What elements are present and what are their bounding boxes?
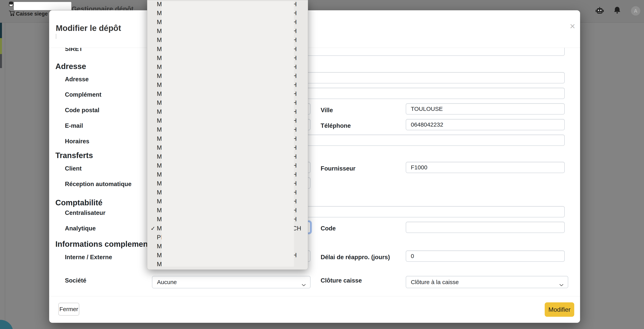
option-lead-text: M	[157, 242, 162, 251]
telephone-input[interactable]	[406, 119, 565, 130]
email-label: E-mail	[65, 122, 83, 129]
section-transferts: Transferts	[56, 151, 93, 160]
horaires-label: Horaires	[65, 138, 90, 145]
option-lead-text: M	[157, 54, 162, 63]
code-input[interactable]	[406, 222, 565, 233]
option-lead-text: M	[157, 134, 162, 143]
option-lead-text: M	[157, 0, 162, 9]
modal-title: Modifier le dépôt	[56, 24, 121, 33]
close-icon[interactable]: ×	[570, 22, 575, 31]
check-icon: ✓	[150, 224, 155, 233]
societe-label: Société	[65, 277, 86, 284]
redaction-box	[162, 1, 294, 267]
adresse-label: Adresse	[65, 76, 88, 83]
modifier-button[interactable]: Modifier	[545, 302, 574, 317]
edit-depot-modal: Modifier le dépôt × SIRET Adresse Adress…	[49, 10, 580, 323]
code-label: Code	[321, 225, 336, 232]
ville-input[interactable]	[406, 103, 565, 115]
complement-label: Complément	[65, 91, 102, 98]
option-lead-text: M	[157, 116, 162, 125]
cloture-caisse-select-value: Clôture à la caisse	[411, 279, 459, 285]
section-adresse: Adresse	[56, 62, 86, 71]
societe-select[interactable]: Aucune	[152, 276, 310, 288]
option-lead-text: M	[157, 81, 162, 90]
option-lead-text: M	[157, 260, 162, 269]
option-lead-text: M	[157, 36, 162, 45]
delai-label: Délai de réappro. (jours)	[321, 254, 390, 261]
option-lead-text: M	[157, 107, 162, 116]
option-lead-text: M	[157, 251, 162, 260]
option-lead-text: M	[157, 72, 162, 81]
option-lead-text: M	[157, 161, 162, 170]
option-lead-text: M	[157, 197, 162, 206]
client-label: Client	[65, 165, 82, 172]
text-cursor	[56, 34, 56, 39]
sidebar-item-indicator-1[interactable]	[0, 23, 2, 38]
redaction-box	[14, 2, 71, 10]
app-logo-inbox-icon	[9, 2, 13, 8]
modal-footer: Fermer Modifier	[49, 296, 580, 323]
option-lead-text: M	[157, 152, 162, 161]
option-lead-text: M	[157, 179, 162, 188]
option-lead-text: M	[157, 18, 162, 27]
telephone-label: Téléphone	[321, 122, 351, 129]
option-lead-text: M	[157, 188, 162, 197]
ville-label: Ville	[321, 107, 333, 114]
cart-icon[interactable]	[9, 10, 15, 17]
interne-externe-label: Interne / Externe	[65, 254, 112, 261]
select-popup: MHMHMHMHMHMHMHMHMHMHMHMHMHMHMHMHMHMHMHMH…	[147, 0, 308, 270]
option-lead-text: M	[157, 45, 162, 54]
chevron-down-icon	[302, 281, 306, 287]
option-lead-text: M	[157, 9, 162, 18]
store-selector-label[interactable]: Caisse siege	[16, 11, 48, 17]
siret-label: SIRET	[65, 48, 82, 53]
option-lead-text: M	[157, 90, 162, 98]
fournisseur-label: Fournisseur	[321, 165, 356, 172]
option-lead-text: M	[157, 215, 162, 224]
option-lead-text: M	[157, 206, 162, 215]
option-lead-text: M	[157, 125, 162, 134]
fermer-button[interactable]: Fermer	[58, 303, 79, 315]
cloture-caisse-select[interactable]: Clôture à la caisse	[406, 276, 568, 288]
option-lead-text: M	[157, 170, 162, 179]
centralisateur-label: Centralisateur	[65, 209, 105, 216]
code-postal-label: Code postal	[65, 107, 99, 114]
societe-select-value: Aucune	[157, 279, 177, 285]
option-lead-text: M	[157, 63, 162, 72]
section-comptabilite: Comptabilité	[56, 198, 102, 207]
notifications-bell-icon[interactable]	[614, 7, 621, 15]
sidebar-edge	[5, 23, 5, 329]
chevron-down-icon	[559, 281, 564, 287]
delai-input[interactable]	[406, 250, 565, 262]
sidebar-item-indicator-2[interactable]	[0, 38, 2, 54]
cloture-caisse-label: Clôture caisse	[321, 277, 362, 284]
sidebar-item-indicator-3[interactable]	[0, 54, 2, 68]
reception-label: Réception automatique	[65, 181, 132, 188]
modal-body: SIRET Adresse Adresse Complément Code po…	[49, 48, 580, 296]
option-lead-text: M	[157, 27, 162, 36]
option-lead-text: M	[157, 224, 162, 233]
analytique-label: Analytique	[65, 225, 96, 232]
avatar[interactable]: A	[631, 6, 640, 16]
option-lead-text: M	[157, 98, 162, 107]
option-lead-text: M	[157, 143, 162, 152]
fournisseur-input[interactable]	[406, 162, 565, 173]
assistant-robot-icon[interactable]	[595, 7, 604, 15]
